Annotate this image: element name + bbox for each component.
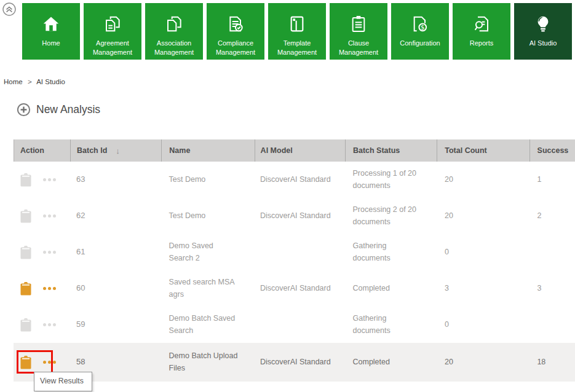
total-count-cell: 0 bbox=[437, 246, 529, 258]
action-cell bbox=[14, 234, 70, 270]
view-results-button bbox=[20, 209, 31, 223]
double-chevron-up-icon bbox=[2, 2, 17, 17]
nav-tile-agreement-management[interactable]: Agreement Management bbox=[84, 3, 141, 60]
action-cell bbox=[14, 198, 70, 234]
batch-id-cell: 62 bbox=[70, 210, 161, 222]
nav-tile-label: Template Management bbox=[268, 39, 326, 58]
table-row: 63 Test Demo DiscoverAI Standard Process… bbox=[14, 162, 575, 198]
nav-tile-reports[interactable]: Reports bbox=[453, 3, 510, 60]
nav-tile-label: Configuration bbox=[399, 39, 441, 58]
row-menu-button bbox=[43, 323, 56, 326]
action-cell bbox=[14, 270, 70, 307]
column-header-ai-model[interactable]: AI Model bbox=[255, 139, 346, 162]
clipboard-icon bbox=[20, 318, 31, 332]
action-cell: View Results bbox=[14, 343, 70, 382]
main-navigation: Home Agreement Management Association Ma… bbox=[22, 3, 572, 60]
success-cell: 3 bbox=[529, 283, 575, 294]
clause-clipboard-icon bbox=[349, 9, 368, 39]
nav-tile-label: Agreement Management bbox=[84, 39, 141, 58]
name-cell: Demo Batch Upload Files bbox=[162, 350, 255, 374]
success-cell: 1 bbox=[529, 174, 575, 186]
row-menu-button[interactable] bbox=[43, 361, 56, 364]
name-cell: Saved search MSA agrs bbox=[162, 276, 255, 300]
batch-status-cell: Processing 1 of 20 documents bbox=[345, 168, 437, 192]
collapse-menu-button[interactable] bbox=[2, 2, 17, 17]
breadcrumb-ai-studio[interactable]: AI Studio bbox=[36, 78, 65, 85]
nav-tile-clause-management[interactable]: Clause Management bbox=[330, 3, 387, 60]
row-menu-button bbox=[43, 214, 56, 218]
name-cell: Demo Saved Search 2 bbox=[162, 240, 255, 264]
batch-status-cell: Completed bbox=[345, 283, 437, 294]
success-cell: 2 bbox=[529, 210, 575, 222]
clipboard-icon bbox=[20, 173, 31, 187]
compliance-check-document-icon bbox=[226, 9, 245, 39]
action-cell bbox=[14, 307, 70, 343]
clipboard-icon bbox=[20, 355, 31, 369]
view-results-button bbox=[20, 173, 31, 187]
name-cell: Test Demo bbox=[162, 174, 255, 186]
batches-table: Action Batch Id ↓ Name AI Model Batch St… bbox=[14, 139, 575, 382]
ai-model-cell: DiscoverAI Standard bbox=[255, 356, 345, 368]
table-row: 61 Demo Saved Search 2 Gathering documen… bbox=[14, 234, 575, 270]
view-results-button bbox=[20, 318, 31, 332]
nav-tile-configuration[interactable]: $ Configuration bbox=[391, 3, 449, 60]
total-count-cell: 20 bbox=[437, 210, 529, 222]
lightbulb-icon bbox=[533, 9, 553, 39]
nav-tile-home[interactable]: Home bbox=[22, 3, 80, 60]
total-count-cell: 0 bbox=[437, 319, 529, 331]
batch-status-cell: Gathering documents bbox=[345, 313, 437, 337]
column-header-success[interactable]: Success bbox=[530, 139, 575, 162]
nav-tile-label: Reports bbox=[469, 39, 495, 58]
success-cell: 18 bbox=[529, 356, 575, 368]
table-row: 60 Saved search MSA agrs DiscoverAI Stan… bbox=[14, 270, 575, 307]
nav-tile-template-management[interactable]: Template Management bbox=[268, 3, 326, 60]
batch-id-cell: 58 bbox=[70, 356, 161, 368]
table-row: 59 Demo Batch Saved Search Gathering doc… bbox=[14, 307, 575, 343]
total-count-cell: 20 bbox=[437, 174, 529, 186]
column-header-name[interactable]: Name bbox=[162, 139, 255, 162]
total-count-cell: 20 bbox=[437, 356, 529, 368]
ai-model-cell: DiscoverAI Standard bbox=[255, 174, 345, 186]
batch-id-cell: 59 bbox=[70, 318, 161, 331]
svg-text:$: $ bbox=[421, 24, 424, 31]
table-row: View Results 58 Demo Batch Upload Files … bbox=[14, 343, 575, 382]
name-cell: Test Demo bbox=[162, 210, 255, 222]
breadcrumb-separator: > bbox=[28, 78, 32, 85]
row-menu-button[interactable] bbox=[43, 287, 56, 290]
clipboard-icon bbox=[20, 281, 31, 296]
clipboard-icon bbox=[20, 209, 31, 223]
breadcrumb-home[interactable]: Home bbox=[4, 78, 23, 85]
batch-id-cell: 61 bbox=[70, 246, 161, 258]
view-results-button bbox=[20, 245, 31, 259]
row-menu-button bbox=[43, 178, 56, 181]
total-count-cell: 3 bbox=[437, 283, 529, 294]
nav-tile-label: Home bbox=[41, 39, 61, 58]
plus-circle-icon bbox=[17, 103, 31, 117]
nav-tile-label: Clause Management bbox=[330, 39, 387, 58]
nav-tile-label: AI Studio bbox=[528, 39, 558, 58]
column-header-batch-id[interactable]: Batch Id ↓ bbox=[71, 139, 162, 162]
nav-tile-compliance-management[interactable]: Compliance Management bbox=[207, 3, 264, 60]
breadcrumb: Home > AI Studio bbox=[4, 78, 65, 85]
reports-search-document-icon bbox=[472, 9, 491, 39]
batch-status-cell: Gathering documents bbox=[345, 240, 437, 264]
template-layout-icon bbox=[287, 9, 307, 39]
nav-tile-ai-studio[interactable]: AI Studio bbox=[514, 3, 572, 60]
nav-tile-association-management[interactable]: Association Management bbox=[145, 3, 203, 60]
new-analysis-button[interactable]: New Analysis bbox=[17, 103, 100, 117]
ai-model-cell: DiscoverAI Standard bbox=[255, 210, 345, 222]
sort-descending-icon: ↓ bbox=[116, 146, 120, 155]
column-header-total-count[interactable]: Total Count bbox=[437, 139, 529, 162]
new-analysis-label: New Analysis bbox=[36, 103, 100, 116]
ai-model-cell: DiscoverAI Standard bbox=[255, 283, 345, 294]
view-results-button[interactable] bbox=[20, 281, 31, 296]
association-documents-icon bbox=[164, 9, 184, 39]
table-header-row: Action Batch Id ↓ Name AI Model Batch St… bbox=[14, 139, 575, 162]
nav-tile-label: Compliance Management bbox=[207, 39, 264, 58]
name-cell: Demo Batch Saved Search bbox=[162, 313, 255, 337]
column-header-batch-status[interactable]: Batch Status bbox=[346, 139, 437, 162]
home-icon bbox=[41, 9, 61, 39]
column-header-action[interactable]: Action bbox=[14, 139, 71, 162]
view-results-button[interactable] bbox=[20, 355, 31, 369]
row-menu-button bbox=[43, 251, 56, 254]
